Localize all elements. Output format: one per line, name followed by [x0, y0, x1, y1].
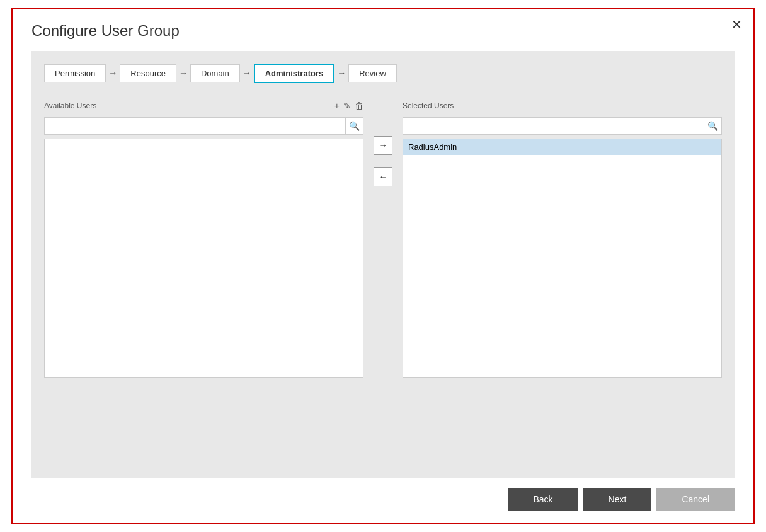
selected-users-header: Selected Users	[403, 98, 722, 113]
arrow-2: →	[179, 68, 188, 78]
selected-users-list[interactable]: RadiusAdmin	[403, 139, 722, 378]
edit-user-button[interactable]: ✎	[343, 101, 351, 111]
arrow-3: →	[243, 68, 251, 78]
step-permission[interactable]: Permission	[44, 64, 106, 82]
back-button[interactable]: Back	[508, 488, 578, 511]
step-resource[interactable]: Resource	[120, 64, 176, 82]
dialog-title: Configure User Group	[31, 22, 735, 40]
arrow-4: →	[337, 68, 346, 78]
step-administrators[interactable]: Administrators	[254, 64, 334, 83]
next-button[interactable]: Next	[583, 488, 652, 511]
selected-users-search-input[interactable]	[403, 117, 704, 135]
available-users-panel: Available Users + ✎ 🗑 🔍	[44, 98, 363, 378]
available-users-search-row: 🔍	[44, 117, 363, 135]
available-users-icons: + ✎ 🗑	[334, 101, 363, 111]
available-users-label: Available Users	[44, 101, 96, 110]
available-users-header: Available Users + ✎ 🗑	[44, 98, 363, 113]
close-button[interactable]: ✕	[731, 18, 742, 31]
list-item[interactable]: RadiusAdmin	[403, 139, 721, 155]
configure-user-group-dialog: ✕ Configure User Group Permission → Reso…	[11, 8, 755, 524]
delete-user-button[interactable]: 🗑	[355, 101, 363, 111]
cancel-button[interactable]: Cancel	[656, 488, 735, 511]
move-right-button[interactable]: →	[374, 136, 392, 155]
arrow-1: →	[108, 68, 117, 78]
transfer-area: Available Users + ✎ 🗑 🔍 → ←	[44, 98, 722, 465]
available-users-search-button[interactable]: 🔍	[346, 117, 363, 135]
step-review[interactable]: Review	[348, 64, 397, 82]
selected-users-panel: Selected Users 🔍 RadiusAdmin	[403, 98, 722, 378]
step-domain[interactable]: Domain	[190, 64, 240, 82]
add-user-button[interactable]: +	[334, 101, 340, 111]
selected-users-search-row: 🔍	[403, 117, 722, 135]
wizard-steps: Permission → Resource → Domain → Adminis…	[44, 64, 722, 83]
dialog-body: Permission → Resource → Domain → Adminis…	[31, 51, 735, 478]
selected-users-label: Selected Users	[403, 101, 454, 110]
available-users-search-input[interactable]	[44, 117, 346, 135]
move-left-button[interactable]: ←	[374, 167, 392, 186]
transfer-middle: → ←	[363, 136, 403, 186]
dialog-footer: Back Next Cancel	[31, 478, 735, 511]
available-users-list[interactable]	[44, 139, 363, 378]
selected-users-search-button[interactable]: 🔍	[704, 117, 722, 135]
